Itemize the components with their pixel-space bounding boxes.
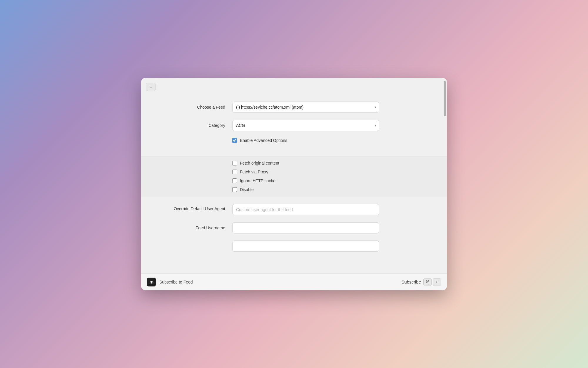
category-select[interactable]: ACG <box>232 120 379 131</box>
feed-username-label: Feed Username <box>165 226 232 230</box>
choose-feed-control: (·) https://seviche.cc/atom.xml (atom) ▾ <box>232 102 423 113</box>
fetch-proxy-checkbox[interactable] <box>232 170 237 174</box>
advanced-checkboxes: Fetch original content Fetch via Proxy I… <box>165 161 423 192</box>
choose-feed-select[interactable]: (·) https://seviche.cc/atom.xml (atom) <box>232 102 379 113</box>
fetch-original-checkbox[interactable] <box>232 161 237 165</box>
main-window: ← Choose a Feed (·) https://seviche.cc/a… <box>141 78 447 290</box>
partial-control <box>232 241 423 252</box>
scroll-indicator <box>444 81 446 116</box>
keyboard-shortcut: ⌘ ↩ <box>423 278 441 286</box>
advanced-section: Fetch original content Fetch via Proxy I… <box>141 156 447 197</box>
choose-feed-row: Choose a Feed (·) https://seviche.cc/ato… <box>165 102 423 113</box>
disable-checkbox[interactable] <box>232 187 237 192</box>
disable-row: Disable <box>232 187 423 192</box>
ignore-cache-label[interactable]: Ignore HTTP cache <box>240 178 275 183</box>
footer-title: Subscribe to Feed <box>159 280 401 284</box>
disable-label[interactable]: Disable <box>240 187 254 192</box>
kbd-cmd: ⌘ <box>423 278 432 286</box>
enable-advanced-row: Enable Advanced Options <box>232 138 423 147</box>
kbd-enter: ↩ <box>433 278 441 286</box>
ignore-cache-checkbox[interactable] <box>232 178 237 183</box>
user-agent-label: Override Default User Agent <box>165 204 232 211</box>
user-agent-row: Override Default User Agent <box>165 204 423 215</box>
back-button[interactable]: ← <box>146 83 156 91</box>
category-row: Category ACG ▾ <box>165 120 423 131</box>
footer-bar: m Subscribe to Feed Subscribe ⌘ ↩ <box>141 273 447 290</box>
subscribe-button[interactable]: Subscribe <box>401 279 421 284</box>
choose-feed-label: Choose a Feed <box>165 105 232 110</box>
window-body: Choose a Feed (·) https://seviche.cc/ato… <box>141 78 447 273</box>
partial-row <box>165 241 423 252</box>
category-control: ACG ▾ <box>232 120 423 131</box>
ignore-cache-row: Ignore HTTP cache <box>232 178 423 183</box>
enable-advanced-label[interactable]: Enable Advanced Options <box>240 138 287 143</box>
category-select-wrap: ACG ▾ <box>232 120 379 131</box>
user-agent-input[interactable] <box>232 204 379 215</box>
fetch-proxy-row: Fetch via Proxy <box>232 170 423 174</box>
fetch-original-label[interactable]: Fetch original content <box>240 161 279 165</box>
logo-letter: m <box>149 279 153 285</box>
enable-advanced-checkbox[interactable] <box>232 138 237 143</box>
feed-username-control <box>232 222 423 233</box>
feed-username-row: Feed Username <box>165 222 423 233</box>
user-agent-control <box>232 204 423 215</box>
form-area-2: Override Default User Agent Feed Usernam… <box>141 197 447 268</box>
back-arrow-icon: ← <box>149 84 153 89</box>
fetch-original-row: Fetch original content <box>232 161 423 165</box>
category-label: Category <box>165 123 232 128</box>
form-area: Choose a Feed (·) https://seviche.cc/ato… <box>141 84 447 156</box>
choose-feed-select-wrap: (·) https://seviche.cc/atom.xml (atom) ▾ <box>232 102 379 113</box>
app-logo: m <box>147 278 156 286</box>
feed-username-input[interactable] <box>232 222 379 233</box>
partial-input[interactable] <box>232 241 379 252</box>
fetch-proxy-label[interactable]: Fetch via Proxy <box>240 170 268 174</box>
